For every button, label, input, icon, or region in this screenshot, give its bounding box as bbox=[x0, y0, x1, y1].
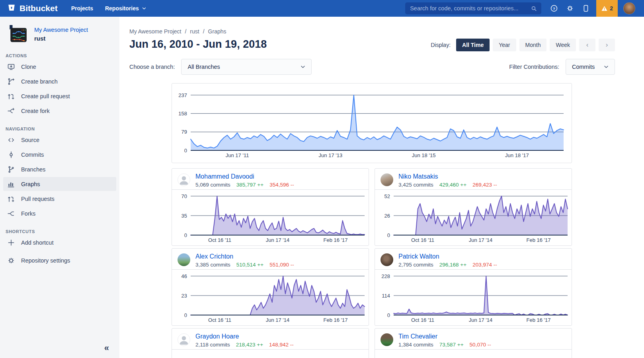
sidebar-item-clone[interactable]: Clone bbox=[3, 60, 116, 74]
display-label: Display: bbox=[431, 42, 451, 48]
svg-text:158: 158 bbox=[178, 111, 187, 117]
contributor-additions: 296,168 ++ bbox=[439, 262, 466, 268]
branch-select[interactable]: All Branches bbox=[181, 59, 312, 75]
user-avatar[interactable] bbox=[623, 2, 635, 14]
sidebar-item-graphs[interactable]: Graphs bbox=[3, 177, 116, 191]
branch-label: Choose a branch: bbox=[129, 64, 175, 70]
contributor-name-link[interactable]: Graydon Hoare bbox=[195, 333, 294, 340]
search-icon[interactable] bbox=[531, 5, 537, 12]
contributor-cards: Mohammed Davoodi 5,069 commits 385,797 +… bbox=[172, 168, 572, 358]
contributor-commits: 2,795 commits bbox=[398, 262, 433, 268]
sidebar-item-create-branch[interactable]: Create branch bbox=[3, 74, 116, 88]
sidebar-item-create-pull-request[interactable]: Create pull request bbox=[3, 89, 116, 103]
svg-text:Feb 16 '17: Feb 16 '17 bbox=[526, 317, 550, 323]
svg-text:Oct 16 '11: Oct 16 '11 bbox=[208, 237, 231, 243]
search-input[interactable] bbox=[410, 5, 531, 12]
contributor-card: Patrick Walton 2,795 commits 296,168 ++ … bbox=[375, 248, 572, 326]
svg-text:70: 70 bbox=[181, 193, 187, 199]
display-year-button[interactable]: Year bbox=[493, 39, 516, 51]
help-icon[interactable]: ? bbox=[550, 4, 558, 12]
display-month-button[interactable]: Month bbox=[519, 39, 547, 51]
contributor-avatar bbox=[381, 333, 393, 346]
chevron-down-icon bbox=[603, 64, 609, 70]
contributor-name-link[interactable]: Patrick Walton bbox=[398, 253, 497, 260]
contributor-name-link[interactable]: Niko Matsakis bbox=[398, 173, 497, 180]
svg-text:Jun 17 '14: Jun 17 '14 bbox=[469, 317, 493, 323]
graphs-icon bbox=[7, 180, 15, 188]
contributor-additions: 510,514 ++ bbox=[236, 262, 263, 268]
filter-contributions-label: Filter Contributions: bbox=[509, 64, 559, 70]
sidebar-item-add-shortcut[interactable]: Add shortcut bbox=[3, 235, 116, 249]
breadcrumb-repo[interactable]: rust bbox=[190, 28, 199, 35]
sidebar-item-forks[interactable]: Forks bbox=[3, 206, 116, 220]
source-icon bbox=[7, 136, 15, 144]
contributor-name-link[interactable]: Mohammed Davoodi bbox=[195, 173, 294, 180]
contributor-deletions: 551,090 -- bbox=[269, 262, 294, 268]
svg-text:0: 0 bbox=[184, 148, 187, 154]
create-fork-icon bbox=[7, 107, 15, 115]
nav-repositories[interactable]: Repositories bbox=[105, 5, 147, 12]
bitbucket-logo[interactable]: Bitbucket bbox=[7, 3, 58, 14]
contributor-avatar bbox=[178, 333, 190, 346]
sidebar-item-pull-requests[interactable]: Pull requests bbox=[3, 192, 116, 206]
clone-icon bbox=[7, 63, 15, 71]
svg-text:237: 237 bbox=[178, 92, 187, 98]
branches-icon bbox=[7, 165, 15, 173]
contributor-avatar bbox=[381, 253, 393, 266]
project-titles: My Awesome Project rust bbox=[34, 25, 88, 42]
contributor-commits: 1,384 commits bbox=[398, 342, 433, 348]
contributor-deletions: 148,942 -- bbox=[269, 342, 294, 348]
chevron-down-icon bbox=[141, 6, 147, 11]
contributor-additions: 385,797 ++ bbox=[236, 182, 263, 188]
svg-text:0: 0 bbox=[387, 312, 390, 318]
svg-text:Feb 16 '17: Feb 16 '17 bbox=[323, 317, 347, 323]
display-week-button[interactable]: Week bbox=[550, 39, 576, 51]
project-name-link[interactable]: My Awesome Project bbox=[34, 25, 88, 33]
sidebar-item-source[interactable]: Source bbox=[3, 133, 116, 147]
repo-name: rust bbox=[34, 35, 88, 42]
settings-gear-icon bbox=[7, 257, 15, 265]
shortcuts-section-header: SHORTCUTS bbox=[6, 229, 114, 234]
svg-text:0: 0 bbox=[184, 312, 187, 318]
sidebar-collapse-button[interactable]: « bbox=[104, 344, 109, 352]
svg-text:79: 79 bbox=[181, 129, 187, 135]
contributor-avatar bbox=[178, 253, 190, 266]
top-nav-icons: ? bbox=[550, 4, 590, 12]
contributor-chart bbox=[375, 350, 572, 358]
svg-text:Feb 16 '17: Feb 16 '17 bbox=[323, 237, 347, 243]
chart-svg: Oct 16 '11Jun 17 '14Feb 16 '1746230 bbox=[172, 270, 369, 325]
sidebar-item-create-fork[interactable]: Create fork bbox=[3, 104, 116, 118]
warning-triangle-icon bbox=[601, 5, 608, 12]
commit-icon bbox=[7, 151, 15, 159]
panel-icon[interactable] bbox=[582, 4, 590, 12]
contributor-chart: Oct 16 '11Jun 17 '14Feb 16 '172281140 bbox=[375, 270, 572, 325]
contributor-commits: 3,385 commits bbox=[195, 262, 230, 268]
next-period-button[interactable]: › bbox=[599, 39, 615, 51]
filter-contributions-select[interactable]: Commits bbox=[566, 59, 615, 75]
contributor-card: Alex Crichton 3,385 commits 510,514 ++ 5… bbox=[172, 248, 369, 326]
bitbucket-bucket-icon bbox=[7, 3, 16, 14]
chart-svg: Jun 17 '11Jun 17 '13Jun 18 '15Jun 18 '17… bbox=[172, 84, 572, 163]
gear-icon[interactable] bbox=[566, 4, 574, 12]
breadcrumb-graphs[interactable]: Graphs bbox=[208, 28, 226, 35]
plus-icon bbox=[7, 239, 15, 247]
prev-period-button[interactable]: ‹ bbox=[579, 39, 595, 51]
repo-avatar[interactable] bbox=[8, 25, 28, 45]
display-all-time-button[interactable]: All Time bbox=[456, 39, 490, 51]
nav-projects[interactable]: Projects bbox=[71, 5, 93, 12]
svg-text:Jun 18 '17: Jun 18 '17 bbox=[505, 152, 529, 158]
svg-text:Oct 16 '11: Oct 16 '11 bbox=[208, 317, 231, 323]
breadcrumb: My Awesome Project / rust / Graphs bbox=[129, 28, 267, 35]
contributor-name-link[interactable]: Tim Chevalier bbox=[398, 333, 491, 340]
sidebar-item-commits[interactable]: Commits bbox=[3, 148, 116, 161]
contributor-chart: Oct 16 '11Jun 17 '14Feb 16 '1752260 bbox=[375, 190, 572, 245]
breadcrumb-project[interactable]: My Awesome Project bbox=[129, 28, 181, 35]
alerts-badge[interactable]: 2 bbox=[596, 0, 618, 17]
sidebar-item-branches[interactable]: Branches bbox=[3, 162, 116, 176]
pull-requests-icon bbox=[7, 195, 15, 203]
contributor-name-link[interactable]: Alex Crichton bbox=[195, 253, 294, 260]
svg-text:?: ? bbox=[553, 6, 555, 11]
sidebar-item-repository-settings[interactable]: Repository settings bbox=[3, 253, 116, 267]
contributor-chart bbox=[172, 350, 369, 358]
global-search bbox=[405, 2, 541, 14]
